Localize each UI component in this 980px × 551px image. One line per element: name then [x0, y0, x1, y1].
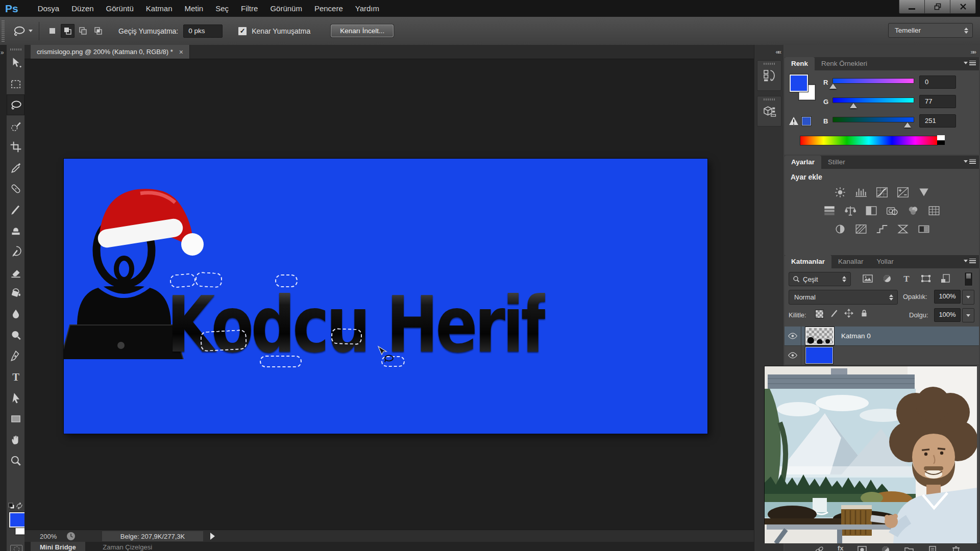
tool-history-brush[interactable] — [7, 241, 24, 262]
menu-sec[interactable]: Seç — [209, 0, 235, 17]
tool-eyedropper[interactable] — [7, 157, 24, 178]
menu-dosya[interactable]: Dosya — [32, 0, 66, 17]
tool-type[interactable]: T — [7, 366, 24, 387]
close-button[interactable] — [950, 0, 976, 14]
restore-button[interactable] — [925, 0, 950, 14]
channel-r-slider[interactable] — [832, 78, 914, 84]
channel-g-thumb[interactable] — [850, 103, 857, 108]
menu-yardim[interactable]: Yardım — [349, 0, 385, 17]
adjustments-panel-menu-icon[interactable] — [964, 159, 976, 164]
layer-thumbnail[interactable] — [805, 327, 834, 345]
tool-brush[interactable] — [7, 199, 24, 220]
tool-eraser[interactable] — [7, 262, 24, 283]
document-tab[interactable]: crismislogo.png @ 200% (Katman 0, RGB/8)… — [31, 45, 190, 59]
channel-b-thumb[interactable] — [904, 122, 911, 128]
spectrum-bw-swatches[interactable] — [937, 135, 945, 145]
brightness-contrast-icon[interactable] — [832, 186, 848, 198]
tool-dodge[interactable] — [7, 324, 24, 345]
filter-type-layers-icon[interactable]: T — [899, 272, 914, 285]
current-tool-button[interactable] — [12, 24, 33, 38]
expand-panels-icon[interactable]: «« — [776, 48, 780, 56]
workspace-switcher[interactable]: Temeller — [888, 23, 973, 38]
curves-icon[interactable] — [874, 186, 890, 198]
channel-r-value[interactable]: 0 — [919, 76, 956, 89]
channel-b-value[interactable]: 251 — [919, 114, 956, 128]
tab-katmanlar[interactable]: Katmanlar — [785, 255, 831, 268]
layer-styles-button[interactable]: fx — [838, 544, 844, 551]
channel-g-value[interactable]: 77 — [919, 95, 956, 108]
tool-clone-stamp[interactable] — [7, 220, 24, 241]
tab-yollar[interactable]: Yollar — [870, 255, 900, 268]
threshold-icon[interactable] — [874, 223, 890, 235]
opacity-dropdown-button[interactable] — [962, 290, 974, 305]
layers-panel-menu-icon[interactable] — [964, 259, 976, 263]
filter-pixel-layers-icon[interactable] — [860, 272, 875, 285]
lock-transparency-icon[interactable] — [815, 310, 824, 318]
add-to-selection-button[interactable] — [61, 24, 75, 38]
tool-spot-healing[interactable] — [7, 178, 24, 199]
tab-renk-ornekleri[interactable]: Renk Örnekleri — [815, 57, 874, 70]
tool-paint-bucket[interactable] — [7, 283, 24, 304]
collapse-panels-icon[interactable]: »» — [971, 48, 975, 56]
layer-thumbnail[interactable] — [805, 347, 833, 364]
tool-pen[interactable] — [7, 345, 24, 366]
lock-all-icon[interactable] — [859, 308, 869, 318]
layer-row-2[interactable] — [785, 346, 979, 365]
tab-close-icon[interactable]: × — [179, 48, 183, 56]
tool-quick-selection[interactable] — [7, 115, 24, 136]
new-selection-button[interactable] — [45, 24, 59, 38]
hue-saturation-icon[interactable] — [822, 205, 837, 217]
tool-path-selection[interactable] — [7, 387, 24, 408]
menu-duzen[interactable]: Düzen — [65, 0, 100, 17]
tool-rectangular-marquee[interactable] — [7, 73, 24, 94]
delete-layer-icon[interactable] — [951, 545, 961, 551]
tool-crop[interactable] — [7, 136, 24, 157]
menu-katman[interactable]: Katman — [140, 0, 179, 17]
layer-visibility-toggle[interactable] — [785, 346, 801, 365]
canvas[interactable]: Kodcu Herif — [64, 159, 707, 434]
tool-hand[interactable] — [7, 429, 24, 450]
layer-filter-toggle[interactable] — [964, 272, 973, 286]
posterize-icon[interactable] — [853, 223, 869, 235]
new-layer-icon[interactable] — [927, 545, 938, 551]
tab-ayarlar[interactable]: Ayarlar — [785, 156, 821, 169]
default-colors-icon[interactable] — [8, 502, 15, 510]
toolbar-expand-icon[interactable]: » — [1, 49, 3, 56]
menu-goruntu[interactable]: Görüntü — [100, 0, 140, 17]
selective-color-icon[interactable] — [895, 223, 911, 235]
document-size-field[interactable]: Belge: 207,9K/277,3K — [102, 531, 203, 541]
tool-zoom[interactable] — [7, 450, 24, 471]
tab-zaman-cizelgesi[interactable]: Zaman Çizelgesi — [93, 542, 161, 551]
quick-mask-button[interactable] — [10, 545, 22, 551]
filter-smart-objects-icon[interactable] — [938, 272, 953, 285]
link-layers-icon[interactable] — [814, 545, 824, 551]
new-adjustment-layer-icon[interactable] — [880, 545, 891, 551]
layer-visibility-toggle[interactable] — [785, 327, 801, 345]
tool-move[interactable] — [7, 53, 24, 73]
toolbar-grip[interactable] — [10, 48, 21, 51]
opacity-value[interactable]: 100% — [934, 290, 961, 304]
tab-mini-bridge[interactable]: Mini Bridge — [31, 542, 85, 551]
gamut-warning-icon[interactable] — [789, 116, 799, 126]
channel-r-thumb[interactable] — [829, 84, 837, 89]
foreground-color-swatch[interactable] — [9, 512, 26, 528]
tab-renk[interactable]: Renk — [785, 57, 815, 70]
panel-foreground-swatch[interactable] — [790, 74, 808, 92]
layer-filter-combo[interactable]: Çeşit — [789, 272, 851, 286]
filter-adjustment-layers-icon[interactable] — [879, 272, 895, 285]
properties-panel-button[interactable] — [757, 96, 781, 127]
subtract-from-selection-button[interactable] — [76, 24, 90, 38]
history-panel-button[interactable] — [757, 60, 781, 91]
vibrance-icon[interactable] — [916, 186, 932, 198]
exposure-icon[interactable] — [895, 186, 911, 198]
photo-filter-icon[interactable] — [885, 205, 900, 217]
intersect-selection-button[interactable] — [91, 24, 105, 38]
channel-mixer-icon[interactable] — [905, 205, 921, 217]
gradient-map-icon[interactable] — [916, 223, 932, 235]
tab-stiller[interactable]: Stiller — [821, 156, 852, 169]
options-grip[interactable] — [2, 20, 5, 42]
zoom-level[interactable]: 200% — [40, 533, 66, 540]
fill-dropdown-button[interactable] — [962, 308, 974, 322]
channel-g-slider[interactable] — [832, 97, 914, 103]
levels-icon[interactable] — [853, 186, 869, 198]
